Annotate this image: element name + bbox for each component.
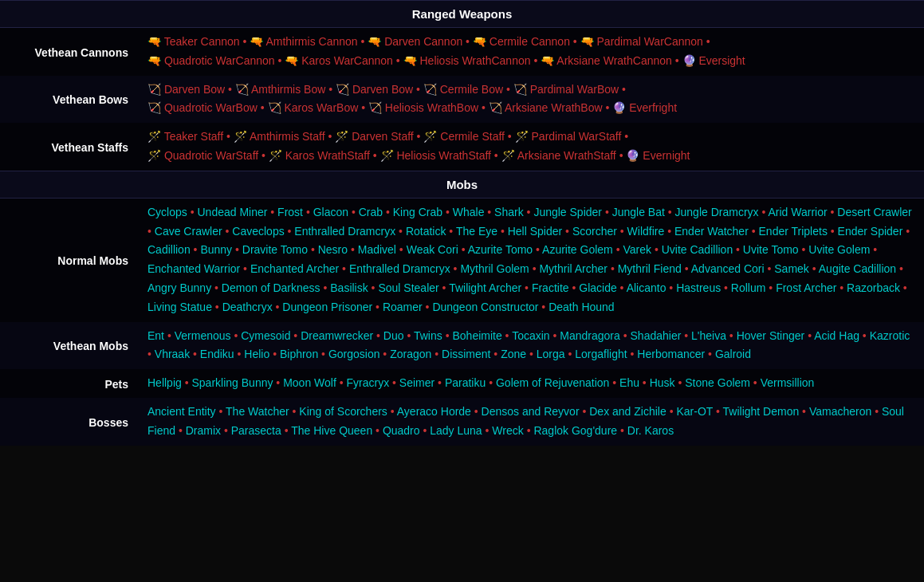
mob-item[interactable]: Jungle Bat xyxy=(612,206,665,218)
weapon-item[interactable]: Darven Staff xyxy=(352,130,414,143)
weapon-item[interactable]: Pardimal WarCannon xyxy=(597,35,703,48)
mob-item[interactable]: Advanced Cori xyxy=(691,262,765,275)
mob-item[interactable]: Ayeraco Horde xyxy=(397,405,471,418)
weapon-item[interactable]: Teaker Cannon xyxy=(164,35,240,48)
mob-item[interactable]: Crab xyxy=(359,206,383,218)
mob-item[interactable]: Scorcher xyxy=(572,225,617,238)
mob-item[interactable]: Rollum xyxy=(731,281,766,294)
weapon-item[interactable]: Darven Bow xyxy=(164,83,225,96)
mob-item[interactable]: Zoragon xyxy=(390,348,431,360)
mob-item[interactable]: Fyracryx xyxy=(347,376,390,389)
mob-item[interactable]: Galroid xyxy=(715,348,751,360)
weapon-item[interactable]: Heliosis WrathBow xyxy=(385,101,478,114)
mob-item[interactable]: Vermsillion xyxy=(761,376,815,389)
mob-item[interactable]: Azurite Tomo xyxy=(468,243,533,256)
mob-item[interactable]: Enthralled Dramcryx xyxy=(294,225,395,238)
mob-item[interactable]: Cymesoid xyxy=(241,329,290,342)
mob-item[interactable]: Vhraak xyxy=(155,348,190,360)
mob-item[interactable]: The Eye xyxy=(456,225,497,238)
mob-item[interactable]: Bunny xyxy=(200,243,232,256)
mob-item[interactable]: Ender Spider xyxy=(838,225,903,238)
mob-item[interactable]: Cadillion xyxy=(147,243,191,256)
weapon-item[interactable]: Eversight xyxy=(698,54,745,67)
mob-item[interactable]: Azurite Golem xyxy=(542,243,613,256)
mob-item[interactable]: King Crab xyxy=(393,206,442,218)
mob-item[interactable]: Demon of Darkness xyxy=(222,281,320,294)
mob-item[interactable]: Cave Crawler xyxy=(155,225,222,238)
weapon-item[interactable]: Amthirmis Staff xyxy=(250,130,325,143)
mob-item[interactable]: Gorgosion xyxy=(328,348,380,360)
weapon-item[interactable]: Arksiane WrathCannon xyxy=(556,54,671,67)
mob-item[interactable]: Frost Archer xyxy=(776,281,836,294)
mob-item[interactable]: Densos and Reyvor xyxy=(482,405,580,418)
mob-item[interactable]: Basilisk xyxy=(330,281,368,294)
mob-item[interactable]: Quadro xyxy=(383,424,420,437)
mob-item[interactable]: Dr. Karos xyxy=(627,424,674,437)
weapon-item[interactable]: Amthirmis Cannon xyxy=(265,35,357,48)
weapon-item[interactable]: Teaker Staff xyxy=(164,130,223,143)
mob-item[interactable]: Rotatick xyxy=(406,225,446,238)
mob-item[interactable]: Helio xyxy=(244,348,269,360)
mob-item[interactable]: Glacide xyxy=(579,281,616,294)
mob-item[interactable]: Nesro xyxy=(318,243,348,256)
mob-item[interactable]: Jungle Spider xyxy=(533,206,602,218)
mob-item[interactable]: Uvite Tomo xyxy=(743,243,799,256)
mob-item[interactable]: Weak Cori xyxy=(407,243,458,256)
mob-item[interactable]: Zone xyxy=(501,348,526,360)
mob-item[interactable]: Razorback xyxy=(847,281,900,294)
mob-item[interactable]: Dungeon Constructor xyxy=(432,301,538,313)
weapon-item[interactable]: Karos WrathStaff xyxy=(285,149,370,162)
mob-item[interactable]: Samek xyxy=(774,262,809,275)
mob-item[interactable]: Shark xyxy=(494,206,524,218)
mob-item[interactable]: Varek xyxy=(623,243,651,256)
mob-item[interactable]: Wreck xyxy=(492,424,523,437)
mob-item[interactable]: Moon Wolf xyxy=(283,376,336,389)
mob-item[interactable]: Deathcryx xyxy=(222,301,273,313)
mob-item[interactable]: Ent xyxy=(147,329,164,342)
mob-item[interactable]: Vermenous xyxy=(175,329,231,342)
mob-item[interactable]: Hell Spider xyxy=(508,225,562,238)
mob-item[interactable]: Tocaxin xyxy=(512,329,549,342)
mob-item[interactable]: Frost xyxy=(277,206,303,218)
mob-item[interactable]: Glacon xyxy=(313,206,348,218)
mob-item[interactable]: Cyclops xyxy=(147,206,187,218)
mob-item[interactable]: Ancient Entity xyxy=(147,405,216,418)
weapon-item[interactable]: Heliosis WrathStaff xyxy=(396,149,491,162)
mob-item[interactable]: Boheimite xyxy=(452,329,501,342)
mob-item[interactable]: Dramix xyxy=(186,424,221,437)
mob-item[interactable]: Hastreus xyxy=(676,281,721,294)
mob-item[interactable]: Kazrotic xyxy=(870,329,910,342)
mob-item[interactable]: The Hive Queen xyxy=(291,424,372,437)
mob-item[interactable]: Dungeon Prisoner xyxy=(282,301,372,313)
mob-item[interactable]: Jungle Dramcryx xyxy=(675,206,759,218)
weapon-item[interactable]: Evernight xyxy=(643,149,690,162)
weapon-item[interactable]: Quadrotic WarCannon xyxy=(164,54,275,67)
mob-item[interactable]: Vamacheron xyxy=(809,405,871,418)
mob-item[interactable]: Living Statue xyxy=(147,301,212,313)
mob-item[interactable]: Lady Luna xyxy=(430,424,482,437)
mob-item[interactable]: Ender Triplets xyxy=(759,225,828,238)
weapon-item[interactable]: Pardimal WarBow xyxy=(530,83,619,96)
mob-item[interactable]: Shadahier xyxy=(631,329,682,342)
mob-item[interactable]: Dravite Tomo xyxy=(242,243,308,256)
mob-item[interactable]: Duo xyxy=(383,329,404,342)
mob-item[interactable]: Alicanto xyxy=(627,281,666,294)
weapon-item[interactable]: Darven Cannon xyxy=(384,35,462,48)
mob-item[interactable]: Stone Golem xyxy=(685,376,750,389)
weapon-item[interactable]: Amthirmis Bow xyxy=(251,83,325,96)
mob-item[interactable]: Biphron xyxy=(280,348,318,360)
mob-item[interactable]: Death Hound xyxy=(549,301,615,313)
mob-item[interactable]: Madivel xyxy=(358,243,396,256)
weapon-item[interactable]: Quadrotic WarStaff xyxy=(164,149,258,162)
mob-item[interactable]: The Watcher xyxy=(226,405,289,418)
mob-item[interactable]: Endiku xyxy=(200,348,234,360)
mob-item[interactable]: Hellpig xyxy=(147,376,182,389)
mob-item[interactable]: Mythril Golem xyxy=(460,262,529,275)
mob-item[interactable]: Mythril Archer xyxy=(539,262,607,275)
mob-item[interactable]: Augite Cadillion xyxy=(819,262,896,275)
weapon-item[interactable]: Arksiane WrathBow xyxy=(505,101,603,114)
mob-item[interactable]: Ehu xyxy=(619,376,639,389)
mob-item[interactable]: Paratiku xyxy=(445,376,486,389)
mob-item[interactable]: Hover Stinger xyxy=(737,329,805,342)
mob-item[interactable]: Mythril Fiend xyxy=(618,262,682,275)
